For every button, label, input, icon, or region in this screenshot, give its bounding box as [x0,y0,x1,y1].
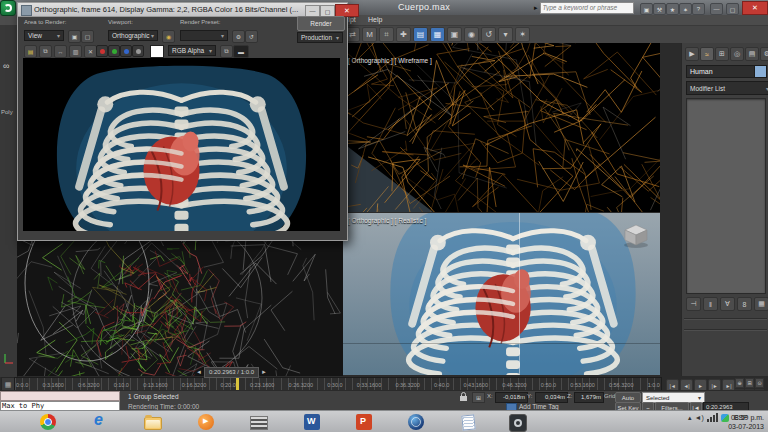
viewport-dropdown[interactable]: Orthographic [108,30,158,41]
layers-icon[interactable]: ⧉ [220,45,233,58]
red-channel-icon[interactable] [96,45,108,57]
volume-icon[interactable]: ◄) [695,414,704,421]
zoom-all-icon[interactable]: ⊞ [745,378,754,388]
zoom-icon[interactable]: ⊕ [735,378,744,388]
tab-create[interactable]: ▶ [685,47,699,61]
toolbar-icon[interactable]: ✚ [396,27,411,42]
exchange-icon[interactable]: ✶ [679,3,692,15]
lock-viewport-icon[interactable]: ◉ [162,30,175,43]
web-browser-icon[interactable] [408,414,424,430]
toggle-ui-icon[interactable]: ▬ [233,45,249,58]
viewport-label[interactable]: [ Orthographic ] [ Wireframe ] [348,57,432,64]
window-title: Cuerpo.max [398,2,450,12]
maximize-button[interactable]: ▢ [726,3,739,15]
favorites-icon[interactable]: ★ [666,3,679,15]
z-coordinate-field[interactable]: 1,679m [574,392,604,403]
minimize-button[interactable]: — [710,3,723,15]
viewport-orthographic-wireframe[interactable]: [ Orthographic ] [ Wireframe ] [343,43,660,212]
previous-frame-arrow[interactable]: ◄ [196,369,202,375]
recorder-logo-icon[interactable] [0,0,16,16]
notepad-icon[interactable] [461,414,475,430]
modifier-stack-list[interactable] [686,98,766,294]
background-color-swatch[interactable] [150,45,164,58]
render-setup-icon[interactable]: ⚙ [232,30,245,43]
internet-explorer-icon[interactable] [92,414,108,430]
word-icon[interactable] [304,414,320,430]
link-icon[interactable]: ∞ [3,61,9,71]
show-end-result-button[interactable]: ‖ [703,297,718,311]
toolbar-icon[interactable]: ◉ [464,27,479,42]
auto-region-icon[interactable]: ▢ [81,30,94,43]
media-player-icon[interactable] [198,414,214,430]
object-color-swatch[interactable] [754,65,767,78]
search-flyout-icon[interactable]: ▸ [534,4,538,12]
status-bar: Max to Phy 1 Group Selected Rendering Ti… [0,390,768,411]
render-window-title-bar[interactable]: Orthographic, frame 614, Display Gamma: … [18,3,347,17]
render-button[interactable]: Render [297,16,345,31]
make-unique-button[interactable]: ∀ [720,297,735,311]
green-channel-icon[interactable] [108,45,120,57]
edit-region-icon[interactable]: ▣ [68,30,81,43]
copy-image-icon[interactable]: ⧉ [39,45,52,58]
help-icon[interactable]: ? [692,3,705,15]
search-input[interactable] [540,2,634,14]
toolbar-icon[interactable]: ↺ [481,27,496,42]
render-mode-dropdown[interactable]: Production [297,32,343,43]
network-icon[interactable] [707,413,718,422]
toolbar-icon[interactable]: ▣ [447,27,462,42]
tab-motion[interactable]: ◎ [730,47,744,61]
viewport-orthographic-realistic[interactable]: [ Orthographic ] [ Realistic ] [343,213,660,375]
tab-utilities[interactable]: ⚙ [760,47,768,61]
film-app-icon[interactable] [250,416,268,430]
area-to-render-dropdown[interactable]: View [24,30,64,41]
viewcube[interactable] [622,223,650,249]
powerpoint-icon[interactable] [356,414,372,430]
viewport-label[interactable]: [ Orthographic ] [ Realistic ] [348,217,426,224]
pin-stack-button[interactable]: ⊣ [686,297,701,311]
close-button[interactable]: ✕ [742,1,768,15]
clone-rendered-frame-window-icon[interactable]: ↔ [54,45,67,58]
current-time-value: 0:20.2963 / 1:0.0 [204,367,259,378]
time-slider-marker[interactable] [236,377,239,390]
channel-display-dropdown[interactable]: RGB Alpha [168,45,216,56]
alpha-channel-icon[interactable] [132,45,144,57]
chrome-icon[interactable] [40,414,56,430]
tab-modify[interactable]: ≈ [700,47,714,61]
toolbar-icon[interactable]: ▾ [498,27,513,42]
y-coordinate-field[interactable]: 0,034m [535,392,568,403]
toolbar-icon[interactable]: ⌗ [379,27,394,42]
taskbar-clock[interactable]: 08:59 p.m. 03-07-2013 [728,413,764,431]
environment-icon[interactable]: ↺ [245,30,258,43]
tab-hierarchy[interactable]: ⊞ [715,47,729,61]
camtasia-icon[interactable] [509,414,527,432]
configure-modifier-sets-button[interactable]: ▦ [754,297,768,311]
toolbar-icon[interactable]: ▤ [413,27,428,42]
x-coordinate-field[interactable]: -0,018m [495,392,528,403]
macro-recorder-field[interactable] [0,391,120,401]
tab-display[interactable]: ▤ [745,47,759,61]
remove-modifier-button[interactable]: 8 [737,297,752,311]
menu-item-help[interactable]: Help [368,16,382,23]
save-image-icon[interactable]: ▤ [24,45,37,58]
file-explorer-icon[interactable] [144,417,162,430]
next-frame-arrow[interactable]: ► [261,369,267,375]
toolbar-icon[interactable]: ▦ [430,27,445,42]
absolute-mode-icon[interactable]: ⊞ [472,392,485,403]
modifier-list-dropdown[interactable]: Modifier List [686,81,768,95]
selection-lock-icon[interactable] [458,392,469,401]
hidden-icons-icon[interactable]: ▴ [688,414,692,422]
zoom-extents-icon[interactable]: ⊙ [755,378,764,388]
object-name-field[interactable]: Human [686,65,757,78]
wireframe-render [343,43,660,212]
add-time-tag-button[interactable]: Add Time Tag [519,403,559,410]
subscription-icon[interactable]: ▣ [640,3,653,15]
toolbar-icon[interactable]: M [362,27,377,42]
timeline-tick-label: 0:26.3200 [289,382,313,388]
blue-channel-icon[interactable] [120,45,132,57]
render-preset-dropdown[interactable] [180,30,228,41]
toolbar-icon[interactable]: ✶ [515,27,530,42]
polygon-modeling-tab[interactable]: Poly [1,109,17,115]
keycenter-icon[interactable]: ⚒ [653,3,666,15]
y-label: Y: [527,393,532,399]
print-image-icon[interactable]: ▥ [69,45,82,58]
